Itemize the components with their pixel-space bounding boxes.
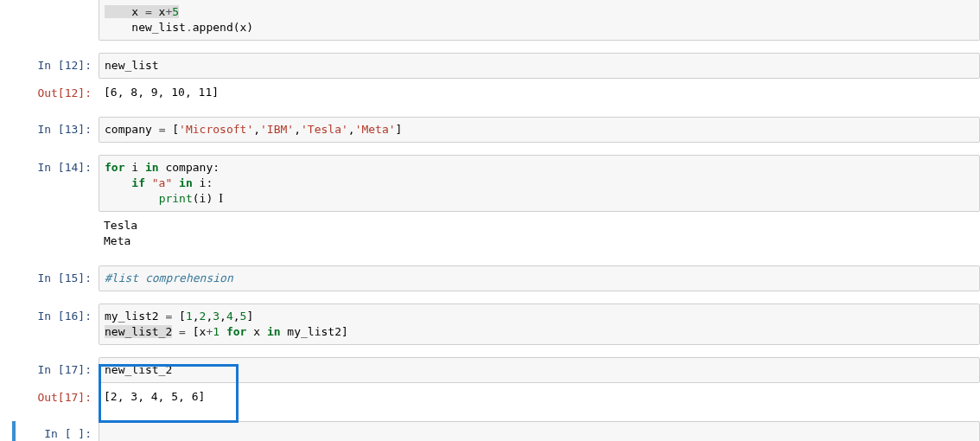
- code-text: [172, 325, 179, 338]
- output-row-17: Out[17]: [2, 3, 4, 5, 6]: [12, 385, 980, 409]
- num: 4: [226, 310, 233, 323]
- op-eq: =: [179, 325, 186, 338]
- op-dot: .: [186, 21, 193, 34]
- kw-for: for: [226, 325, 246, 338]
- bracket: ]: [246, 310, 253, 323]
- code-input-13[interactable]: company = ['Microsoft','IBM','Tesla','Me…: [99, 117, 980, 143]
- var-newlist2: new_list_2: [105, 325, 172, 338]
- code-cell-14: In [14]: for i in company: if "a" in i: …: [12, 155, 980, 212]
- str-tesla: 'Tesla': [301, 123, 348, 136]
- code-text: new_list_2: [105, 363, 172, 376]
- prompt-in-13: In [13]:: [12, 117, 99, 137]
- code-cell-17: In [17]: new_list_2: [12, 357, 980, 383]
- str-meta: 'Meta': [355, 123, 396, 136]
- str-microsoft: 'Microsoft': [179, 123, 253, 136]
- prompt-out-12: Out[12]:: [12, 80, 99, 101]
- code-input-fragment[interactable]: x = x+5 new_list.append(x): [99, 0, 980, 41]
- comma: ,: [294, 123, 301, 136]
- code-text: company:: [159, 161, 220, 174]
- code-text: x: [105, 5, 145, 18]
- code-cell-15: In [15]: #list comprehension: [12, 265, 980, 291]
- kw-if: if: [131, 176, 145, 189]
- code-input-12[interactable]: new_list: [99, 53, 980, 79]
- comma: ,: [253, 123, 260, 136]
- code-text: [105, 427, 111, 440]
- num: 3: [213, 310, 220, 323]
- output-row-12: Out[12]: [6, 8, 9, 10, 11]: [12, 80, 980, 105]
- code-cell-fragment: x = x+5 new_list.append(x): [12, 0, 980, 41]
- prompt-out-17: Out[17]:: [12, 385, 99, 406]
- output-row-14: Tesla Meta: [12, 214, 980, 253]
- prompt-in-14: In [14]:: [12, 155, 99, 176]
- prompt-in-15: In [15]:: [12, 265, 99, 286]
- op-eq: =: [145, 5, 152, 18]
- prompt-blank: [12, 214, 99, 219]
- code-text: [145, 176, 152, 189]
- kw-for: for: [105, 161, 124, 174]
- code-text: x: [152, 5, 166, 18]
- comma: ,: [233, 310, 240, 323]
- notebook-page: x = x+5 new_list.append(x) In [12]: new_…: [0, 0, 980, 441]
- num-1: 1: [213, 325, 220, 338]
- code-input-15[interactable]: #list comprehension: [99, 265, 980, 291]
- highlighted-group: In [17]: new_list_2 Out[17]: [2, 3, 4, 5…: [12, 357, 980, 409]
- code-cell-12: In [12]: new_list: [12, 53, 980, 79]
- code-text: [220, 325, 226, 338]
- code-text: i:: [193, 176, 213, 189]
- code-text: append(x): [193, 21, 253, 34]
- prompt-in-empty: In [ ]:: [16, 421, 99, 441]
- kw-in: in: [267, 325, 281, 338]
- indent: [105, 192, 159, 205]
- var-company: company: [105, 123, 159, 136]
- str-ibm: 'IBM': [260, 123, 294, 136]
- prompt-in-16: In [16]:: [12, 304, 99, 324]
- code-cell-empty-selected[interactable]: In [ ]:: [12, 421, 980, 441]
- bracket: [: [172, 310, 186, 323]
- var-mylist2: my_list2: [105, 310, 165, 323]
- comment-list-comprehension: #list comprehension: [105, 272, 233, 284]
- output-text-17: [2, 3, 4, 5, 6]: [99, 385, 980, 409]
- prompt-in-17: In [17]:: [12, 357, 99, 378]
- code-text: x: [246, 325, 266, 338]
- output-text-12: [6, 8, 9, 10, 11]: [99, 80, 980, 105]
- code-input-16[interactable]: my_list2 = [1,2,3,4,5] new_list_2 = [x+1…: [99, 304, 980, 345]
- code-text: my_list2]: [281, 325, 348, 338]
- text-cursor-icon: I: [213, 192, 223, 205]
- code-input-14[interactable]: for i in company: if "a" in i: print(i) …: [99, 155, 980, 212]
- code-text: new_list: [105, 21, 186, 34]
- prompt-in-12: In [12]:: [12, 53, 99, 74]
- str-a: "a": [152, 176, 172, 189]
- comma: ,: [193, 310, 200, 323]
- num-5: 5: [172, 5, 179, 18]
- kw-in: in: [145, 161, 159, 174]
- code-cell-13: In [13]: company = ['Microsoft','IBM','T…: [12, 117, 980, 143]
- kw-in: in: [179, 176, 193, 189]
- code-input-empty[interactable]: [99, 421, 980, 441]
- code-text: [x: [186, 325, 206, 338]
- output-text-14: Tesla Meta: [99, 214, 980, 253]
- comma: ,: [220, 310, 226, 323]
- builtin-print: print: [159, 192, 193, 205]
- bracket: ]: [396, 123, 403, 136]
- num: 1: [186, 310, 193, 323]
- bracket: [: [165, 123, 179, 136]
- comma: ,: [348, 123, 355, 136]
- prompt-in-blank: [12, 0, 99, 5]
- indent: [105, 176, 131, 189]
- code-text: new_list: [105, 59, 159, 72]
- code-text: (i): [193, 192, 213, 205]
- code-text: i: [124, 161, 144, 174]
- code-cell-16: In [16]: my_list2 = [1,2,3,4,5] new_list…: [12, 304, 980, 345]
- code-input-17[interactable]: new_list_2: [99, 357, 980, 383]
- code-text: [172, 176, 179, 189]
